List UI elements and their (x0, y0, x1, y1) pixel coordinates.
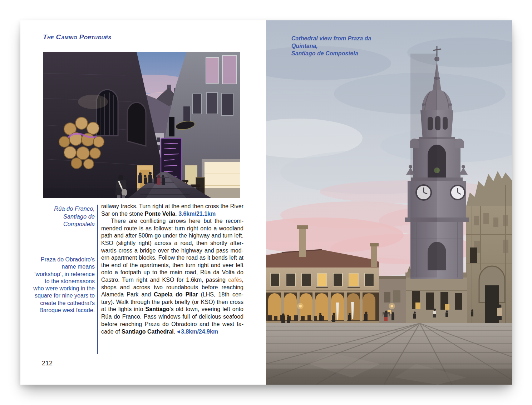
body-paragraph-2: There are conflicting arrows here but th… (101, 218, 243, 336)
body-text-column: railway tracks. Turn right at the end th… (101, 203, 243, 336)
person-white-top (433, 309, 436, 318)
upper-windows (270, 273, 374, 288)
photo-caption: Rúa do Franco,Santiago deCompostela (33, 205, 95, 228)
clock-face (450, 185, 465, 200)
page-number: 212 (42, 360, 53, 367)
book-spread-canvas: The Camino Portugués (0, 0, 532, 405)
right-page: Cathedral view from Praza da Quintana,Sa… (266, 20, 512, 385)
photo-caption: Cathedral view from Praza da Quintana,Sa… (291, 35, 399, 57)
cathedral-photo-illustration (266, 20, 512, 385)
column-divider (97, 205, 98, 354)
page-spread: The Camino Portugués (20, 20, 512, 385)
body-paragraph-1: railway tracks. Turn right at the end th… (101, 203, 243, 218)
left-page: The Camino Portugués (20, 20, 266, 385)
street-photo (43, 52, 240, 198)
cathedral-photo: Cathedral view from Praza da Quintana,Sa… (266, 20, 512, 385)
street-photo-illustration (43, 52, 240, 198)
page-header: The Camino Portugués (43, 33, 111, 41)
sidebar-note: Praza do Obradoiro’s name means ‘worksho… (33, 256, 95, 314)
plaza (266, 323, 512, 385)
